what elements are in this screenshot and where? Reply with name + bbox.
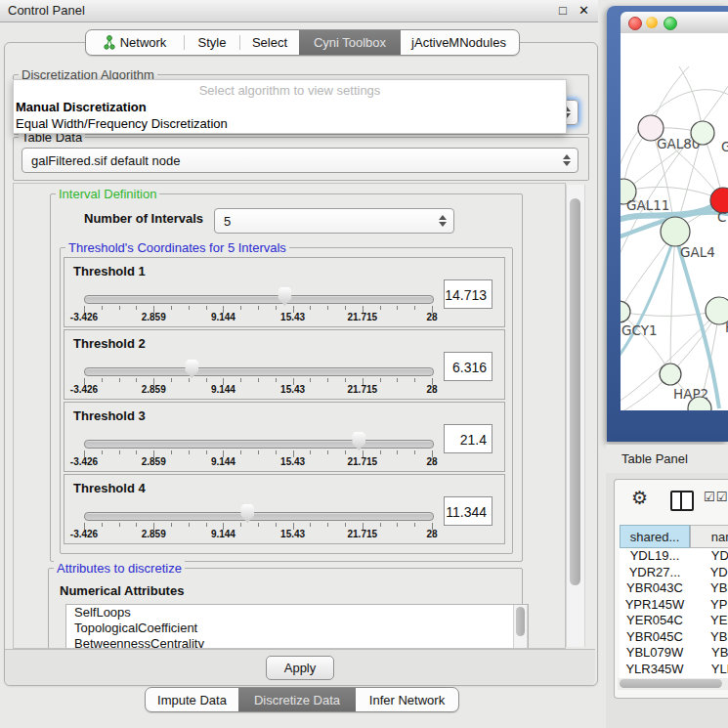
network-edge-highlighted[interactable] xyxy=(621,235,675,362)
close-traffic-light-icon[interactable] xyxy=(628,17,642,30)
attribute-list-item[interactable]: TopologicalCoefficient xyxy=(66,621,528,636)
attribute-list-item[interactable]: BetweennessCentrality xyxy=(66,636,528,649)
network-node-gcy1[interactable] xyxy=(621,301,630,322)
table-cell[interactable]: YBL079W xyxy=(620,645,690,662)
column-header-name[interactable]: name xyxy=(690,525,728,548)
tick-mark xyxy=(240,523,241,527)
network-edge[interactable] xyxy=(621,311,719,316)
network-node-label: GA xyxy=(721,139,728,154)
threshold-slider-track[interactable] xyxy=(84,440,434,449)
network-icon xyxy=(104,35,115,50)
network-node-gal4[interactable] xyxy=(661,217,690,246)
table-cell[interactable]: YBR045C xyxy=(620,629,690,646)
network-view[interactable]: GAL80GACGAL11GAL4GCY1HHAP2 xyxy=(621,33,728,410)
table-hscrollbar[interactable] xyxy=(618,678,728,690)
network-edge[interactable] xyxy=(670,232,675,374)
tab-infer-network[interactable]: Infer Network xyxy=(356,688,458,711)
table-cell[interactable]: YDL19... xyxy=(620,548,690,565)
attributes-scrollbar-thumb[interactable] xyxy=(516,607,525,636)
threshold-slider-track[interactable] xyxy=(84,367,434,376)
tab-cyni-toolbox-label: Cyni Toolbox xyxy=(314,35,386,50)
table-hscrollbar-thumb[interactable] xyxy=(620,679,722,688)
attribute-list-item[interactable]: SelfLoops xyxy=(66,605,528,621)
table-cell[interactable]: YPR1 xyxy=(690,597,728,614)
threshold-slider-track[interactable] xyxy=(84,512,434,521)
apply-button-label: Apply xyxy=(284,661,317,675)
table-cell[interactable]: YBR0 xyxy=(690,629,728,646)
tick-label: 15.43 xyxy=(280,529,305,539)
tick-mark xyxy=(345,306,346,310)
table-cell[interactable]: YER054C xyxy=(620,613,690,629)
tick-label: 2.859 xyxy=(142,384,166,395)
tick-mark xyxy=(327,450,328,454)
tab-discretize-data[interactable]: Discretize Data xyxy=(238,688,356,711)
settings-scrollbar-thumb[interactable] xyxy=(570,198,580,585)
table-cell[interactable]: YPR145W xyxy=(620,597,690,614)
menu-item-manual-discretization[interactable]: Manual Discretization xyxy=(16,100,147,114)
table-header-row: shared...name xyxy=(620,525,728,548)
tab-select-label: Select xyxy=(252,35,287,50)
table-cell[interactable]: YBL0 xyxy=(690,645,728,662)
table-row[interactable]: YLR345WYLR3 xyxy=(620,662,728,678)
table-cell[interactable]: YBR0 xyxy=(690,580,728,597)
tick-mark xyxy=(380,378,381,382)
interval-definition-label: Interval Definition xyxy=(56,187,159,201)
tab-impute-data[interactable]: Impute Data xyxy=(146,688,238,711)
tick-mark xyxy=(397,523,398,527)
threshold-value-field[interactable]: 21.4 xyxy=(444,424,492,453)
number-of-intervals-value: 5 xyxy=(224,214,231,229)
tick-mark xyxy=(397,378,398,382)
column-header-shared-name[interactable]: shared... xyxy=(620,525,690,548)
tick-label: 9.144 xyxy=(211,312,236,322)
tick-label: 9.144 xyxy=(211,384,236,395)
table-row[interactable]: YBR045CYBR0 xyxy=(620,629,728,646)
tab-network-label: Network xyxy=(120,35,167,50)
table-data-combo[interactable]: galFiltered.sif default node xyxy=(21,148,578,173)
apply-button[interactable]: Apply xyxy=(266,656,334,680)
table-row[interactable]: YPR145WYPR1 xyxy=(620,597,728,614)
network-node-hap2[interactable] xyxy=(660,364,681,385)
table-row[interactable]: YDL19...YDL1 xyxy=(620,548,728,565)
threshold-value-field[interactable]: 11.344 xyxy=(444,496,492,526)
number-of-intervals-combo[interactable]: 5 xyxy=(214,208,454,234)
tab-jactivemnodules[interactable]: jActiveMNodules xyxy=(401,30,517,55)
tick-mark xyxy=(258,378,259,382)
tab-style[interactable]: Style xyxy=(185,30,239,55)
network-window-titlebar[interactable] xyxy=(621,12,728,34)
tab-select[interactable]: Select xyxy=(240,30,299,55)
tick-mark xyxy=(206,450,207,454)
table-cell[interactable]: YLR345W xyxy=(620,662,690,678)
tab-cyni-toolbox[interactable]: Cyni Toolbox xyxy=(299,30,401,55)
control-panel-titlebar xyxy=(0,0,598,22)
close-icon[interactable]: ✕ xyxy=(578,3,589,18)
select-columns-icon[interactable]: ☑☑ xyxy=(704,490,728,504)
threshold-slider-track[interactable] xyxy=(84,295,434,304)
table-cell[interactable]: YDR27... xyxy=(620,565,690,581)
table-row[interactable]: YBR043CYBR0 xyxy=(620,580,728,597)
attributes-list-scrollbar[interactable] xyxy=(513,605,528,649)
table-cell[interactable]: YLR3 xyxy=(690,662,728,678)
settings-scrollbar[interactable] xyxy=(566,185,585,647)
threshold-value-field[interactable]: 6.316 xyxy=(444,352,492,381)
tick-mark xyxy=(310,306,311,310)
network-node-ga[interactable] xyxy=(691,121,714,145)
split-columns-icon[interactable] xyxy=(670,491,694,511)
table-row[interactable]: YBL079WYBL0 xyxy=(620,645,728,662)
float-window-icon[interactable]: □ xyxy=(559,3,567,18)
table-cell[interactable]: YER0 xyxy=(690,613,728,629)
tick-mark xyxy=(119,450,120,454)
tab-discretize-data-label: Discretize Data xyxy=(254,693,340,707)
table-cell[interactable]: YDL1 xyxy=(690,548,728,565)
table-cell[interactable]: YDR2 xyxy=(690,565,728,581)
minimize-traffic-light-icon[interactable] xyxy=(646,17,658,28)
table-row[interactable]: YDR27...YDR2 xyxy=(620,565,728,581)
gear-icon[interactable]: ⚙ xyxy=(631,487,648,509)
tab-network[interactable]: Network xyxy=(86,30,184,55)
slider-tick-labels: -3.4262.8599.14415.4321.71528 xyxy=(84,312,432,323)
menu-item-equal-width-frequency[interactable]: Equal Width/Frequency Discretization xyxy=(16,116,228,131)
tick-mark xyxy=(189,306,190,310)
zoom-traffic-light-icon[interactable] xyxy=(664,17,677,30)
table-row[interactable]: YER054CYER0 xyxy=(620,613,728,629)
table-cell[interactable]: YBR043C xyxy=(620,580,690,597)
threshold-value-field[interactable]: 14.713 xyxy=(444,279,492,309)
